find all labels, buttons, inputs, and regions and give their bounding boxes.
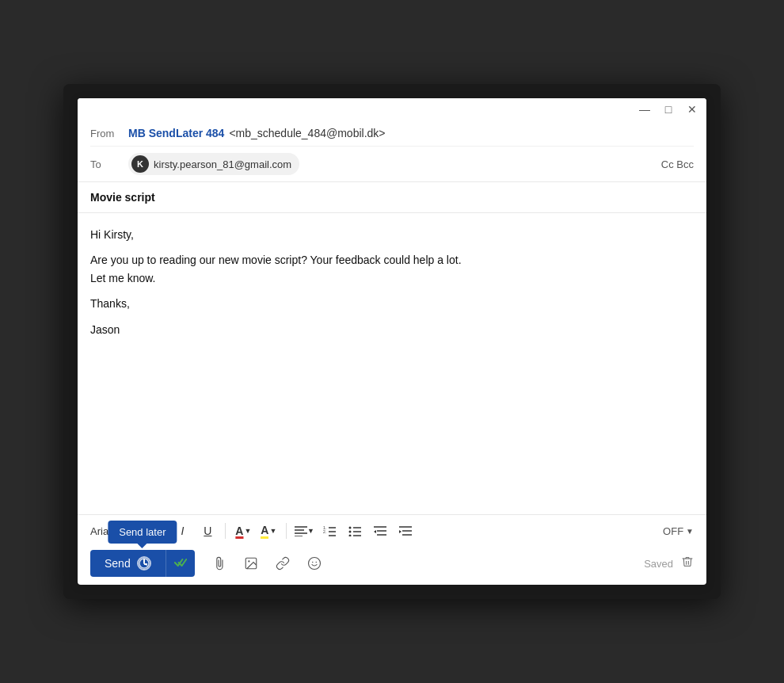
close-button[interactable]: ✕ <box>686 103 698 116</box>
title-bar-controls: — □ ✕ <box>638 103 698 116</box>
svg-marker-18 <box>374 530 376 533</box>
svg-point-27 <box>248 560 249 562</box>
to-row: To K kirsty.pearson_81@gmail.com Cc Bcc <box>90 147 694 181</box>
compose-window: — □ ✕ From MB SendLater 484 <mb_schedule… <box>78 98 706 585</box>
header-section: From MB SendLater 484 <mb_schedule_484@m… <box>78 120 706 182</box>
underline-button[interactable]: U <box>196 520 219 542</box>
font-size-selector[interactable]: 10 ▼ <box>117 525 138 537</box>
attach-button[interactable] <box>207 551 231 575</box>
subject-row: Movie script <box>78 182 706 213</box>
schedule-clock-icon <box>137 556 151 570</box>
cc-bcc-button[interactable]: Cc Bcc <box>661 158 694 170</box>
recipient-chip[interactable]: K kirsty.pearson_81@gmail.com <box>128 153 299 175</box>
email-body[interactable]: Hi Kirsty, Are you up to reading our new… <box>78 213 706 514</box>
svg-line-25 <box>144 563 147 565</box>
bold-button[interactable]: B <box>146 520 168 542</box>
svg-point-11 <box>349 535 352 537</box>
from-row: From MB SendLater 484 <mb_schedule_484@m… <box>90 120 694 147</box>
from-label: From <box>90 128 122 139</box>
svg-point-10 <box>349 531 352 533</box>
formatting-toolbar: Arial 10 ▼ B I U A ▼ A ▼ <box>78 514 706 545</box>
bg-color-button[interactable]: A ▼ <box>257 520 280 542</box>
recipient-email: kirsty.pearson_81@gmail.com <box>154 158 291 170</box>
svg-marker-22 <box>399 530 402 533</box>
from-email: <mb_schedule_484@mobil.dk> <box>229 127 385 139</box>
subject-text: Movie script <box>90 191 155 204</box>
svg-text:2.: 2. <box>323 529 326 534</box>
emoji-button[interactable] <box>303 551 326 575</box>
ordered-list-button[interactable]: 1. 2. <box>318 520 341 542</box>
toolbar-separator-1 <box>225 523 226 539</box>
svg-point-28 <box>308 558 320 570</box>
maximize-button[interactable]: □ <box>662 103 675 116</box>
indent-increase-button[interactable] <box>394 520 417 542</box>
off-toggle[interactable]: OFF ▼ <box>663 525 694 537</box>
body-line2: Are you up to reading our new movie scri… <box>90 251 694 287</box>
svg-point-29 <box>312 562 314 563</box>
svg-point-30 <box>315 562 317 563</box>
saved-status: Saved <box>644 555 694 572</box>
send-check-button[interactable] <box>166 550 195 577</box>
body-line5: Jason <box>90 321 694 338</box>
font-color-button[interactable]: A ▼ <box>232 520 254 542</box>
send-button-group: Send later Send <box>90 550 195 577</box>
delete-button[interactable] <box>681 555 694 572</box>
title-bar: — □ ✕ <box>78 98 706 120</box>
toolbar-separator-2 <box>286 523 287 539</box>
send-button[interactable]: Send <box>90 550 166 577</box>
unordered-list-button[interactable] <box>344 520 366 542</box>
bottom-actions <box>207 551 326 575</box>
to-field: K kirsty.pearson_81@gmail.com <box>128 153 661 175</box>
link-button[interactable] <box>271 551 295 575</box>
minimize-button[interactable]: — <box>638 103 651 116</box>
svg-point-23 <box>139 559 149 568</box>
bottom-bar: Send later Send <box>78 545 706 585</box>
indent-decrease-button[interactable] <box>369 520 391 542</box>
from-name: MB SendLater 484 <box>128 127 224 139</box>
window-shadow: — □ ✕ From MB SendLater 484 <mb_schedule… <box>63 84 721 599</box>
to-label: To <box>90 158 122 170</box>
align-button[interactable]: ▼ <box>293 520 315 542</box>
body-line4: Thanks, <box>90 295 694 312</box>
image-button[interactable] <box>239 551 263 575</box>
font-selector[interactable]: Arial <box>90 525 111 537</box>
avatar: K <box>131 155 149 173</box>
body-line1: Hi Kirsty, <box>90 226 694 243</box>
svg-point-9 <box>349 527 352 529</box>
italic-button[interactable]: I <box>171 520 193 542</box>
